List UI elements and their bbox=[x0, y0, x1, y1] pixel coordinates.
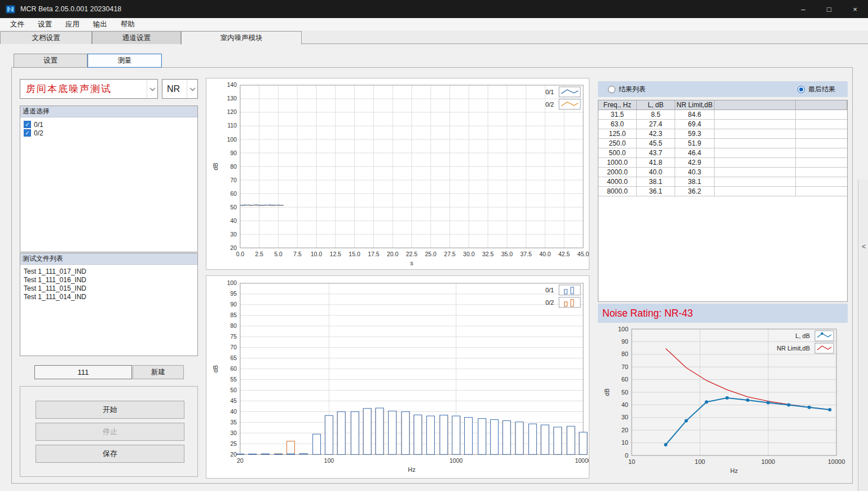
column-header bbox=[796, 100, 847, 110]
menu-help[interactable]: 帮助 bbox=[114, 20, 142, 29]
menubar: 文件 设置 应用 输出 帮助 bbox=[0, 18, 868, 31]
radio-last-result[interactable]: 最后结果 bbox=[797, 85, 835, 94]
channel-item[interactable]: ✓0/1 bbox=[20, 120, 197, 129]
channel-section-title: 通道选择 bbox=[23, 107, 50, 116]
table-row[interactable]: 31.58.584.6 bbox=[598, 110, 847, 120]
start-button[interactable]: 开始 bbox=[36, 401, 184, 419]
file-name-input[interactable] bbox=[34, 365, 132, 379]
tab-document-settings[interactable]: 文档设置 bbox=[0, 31, 92, 44]
channel-checkbox[interactable]: ✓ bbox=[24, 121, 31, 128]
svg-text:30: 30 bbox=[230, 231, 237, 238]
table-cell: 31.5 bbox=[598, 110, 637, 120]
svg-text:Hz: Hz bbox=[730, 467, 738, 474]
svg-text:140: 140 bbox=[227, 82, 237, 88]
chevron-down-icon[interactable] bbox=[147, 80, 157, 98]
menu-settings[interactable]: 设置 bbox=[31, 20, 59, 29]
table-cell bbox=[715, 158, 796, 168]
svg-text:dB: dB bbox=[603, 388, 610, 396]
subtab-measure[interactable]: 测量 bbox=[87, 54, 162, 68]
svg-text:10000: 10000 bbox=[828, 458, 845, 465]
main-tab-bar: 文档设置 通道设置 室内噪声模块 bbox=[0, 31, 868, 44]
radio-result-list[interactable]: 结果列表 bbox=[608, 85, 646, 94]
close-button[interactable]: × bbox=[842, 0, 868, 18]
table-cell: 69.4 bbox=[675, 120, 715, 129]
svg-text:NR Limit,dB: NR Limit,dB bbox=[777, 345, 810, 352]
table-cell bbox=[796, 129, 847, 139]
collapse-left-icon: < bbox=[862, 243, 866, 251]
table-cell: 36.1 bbox=[637, 187, 675, 196]
chevron-down-icon[interactable] bbox=[187, 80, 197, 98]
svg-text:75: 75 bbox=[230, 334, 237, 340]
svg-text:15.0: 15.0 bbox=[349, 251, 360, 257]
svg-text:1000: 1000 bbox=[761, 458, 775, 465]
table-cell: 38.1 bbox=[637, 177, 675, 187]
svg-text:17.5: 17.5 bbox=[368, 251, 380, 257]
table-cell bbox=[796, 139, 847, 148]
table-cell bbox=[715, 148, 796, 158]
table-row[interactable]: 4000.038.138.1 bbox=[598, 177, 847, 187]
svg-text:100: 100 bbox=[227, 280, 237, 286]
file-list-item[interactable]: Test 1_111_016_IND bbox=[20, 276, 197, 284]
results-table-header: Freq., HzL, dBNR Limit,dB bbox=[598, 100, 847, 110]
svg-text:65: 65 bbox=[230, 355, 237, 361]
table-row[interactable]: 1000.041.842.9 bbox=[598, 158, 847, 168]
minimize-button[interactable]: – bbox=[790, 0, 816, 18]
table-cell bbox=[796, 158, 847, 168]
channel-checkbox[interactable]: ✓ bbox=[24, 129, 31, 137]
subtab-settings[interactable]: 设置 bbox=[14, 54, 87, 68]
svg-text:30: 30 bbox=[622, 414, 628, 420]
menu-file[interactable]: 文件 bbox=[3, 20, 31, 29]
svg-text:0/1: 0/1 bbox=[545, 89, 554, 95]
svg-text:20: 20 bbox=[230, 451, 237, 458]
table-cell bbox=[715, 177, 796, 187]
noise-rating-text: Noise Rating: NR-43 bbox=[602, 308, 693, 319]
svg-text:70: 70 bbox=[230, 177, 237, 183]
nr-chart-svg: 010203040506070809010010100100010000HzdB… bbox=[598, 325, 848, 480]
results-table[interactable]: Freq., HzL, dBNR Limit,dB31.58.584.663.0… bbox=[598, 100, 848, 302]
new-button[interactable]: 新建 bbox=[133, 365, 184, 379]
table-row[interactable]: 125.042.359.3 bbox=[598, 129, 847, 139]
tab-channel-settings[interactable]: 通道设置 bbox=[92, 31, 181, 44]
svg-text:20.0: 20.0 bbox=[387, 251, 399, 257]
stop-button[interactable]: 停止 bbox=[36, 423, 184, 441]
svg-text:80: 80 bbox=[622, 350, 628, 357]
svg-text:80: 80 bbox=[230, 164, 237, 170]
tab-indoor-noise-module[interactable]: 室内噪声模块 bbox=[181, 31, 302, 45]
rating-type-combobox[interactable]: NR bbox=[162, 79, 198, 99]
channel-list[interactable]: ✓0/1✓0/2 bbox=[20, 117, 197, 137]
table-cell: 36.2 bbox=[675, 187, 715, 196]
svg-text:40: 40 bbox=[230, 218, 237, 224]
svg-text:s: s bbox=[410, 260, 413, 266]
nr-chart-panel: 010203040506070809010010100100010000HzdB… bbox=[598, 325, 848, 480]
svg-text:90: 90 bbox=[230, 150, 237, 156]
menu-application[interactable]: 应用 bbox=[59, 20, 86, 29]
svg-text:90: 90 bbox=[230, 301, 237, 308]
svg-text:0.0: 0.0 bbox=[236, 251, 245, 257]
table-row[interactable]: 8000.036.136.2 bbox=[598, 187, 847, 196]
save-button[interactable]: 保存 bbox=[36, 445, 184, 463]
channel-item[interactable]: ✓0/2 bbox=[20, 129, 197, 137]
column-header: L, dB bbox=[637, 100, 675, 110]
svg-text:35: 35 bbox=[230, 419, 237, 426]
file-list-item[interactable]: Test 1_111_014_IND bbox=[20, 293, 197, 301]
table-row[interactable]: 2000.040.040.3 bbox=[598, 168, 847, 177]
file-list-item[interactable]: Test 1_111_015_IND bbox=[20, 284, 197, 293]
test-file-list[interactable]: Test 1_111_017_INDTest 1_111_016_INDTest… bbox=[20, 265, 197, 301]
svg-text:12.5: 12.5 bbox=[330, 251, 342, 257]
svg-text:dB: dB bbox=[212, 163, 219, 170]
table-row[interactable]: 250.045.551.9 bbox=[598, 139, 847, 148]
svg-text:100: 100 bbox=[618, 326, 628, 332]
maximize-button[interactable]: □ bbox=[816, 0, 842, 18]
table-cell: 500.0 bbox=[598, 148, 637, 158]
menu-output[interactable]: 输出 bbox=[86, 20, 114, 29]
panel-collapse-handle[interactable]: < bbox=[858, 179, 868, 491]
svg-text:Hz: Hz bbox=[408, 466, 415, 473]
noise-rating-banner: Noise Rating: NR-43 bbox=[598, 304, 848, 323]
svg-text:2.5: 2.5 bbox=[255, 251, 263, 257]
file-list-item[interactable]: Test 1_111_017_IND bbox=[20, 268, 197, 276]
table-row[interactable]: 63.027.469.4 bbox=[598, 120, 847, 129]
table-row[interactable]: 500.043.746.4 bbox=[598, 148, 847, 158]
svg-text:70: 70 bbox=[230, 344, 237, 350]
test-type-combobox[interactable]: 房间本底噪声测试 bbox=[20, 79, 158, 99]
svg-text:0/2: 0/2 bbox=[545, 299, 554, 306]
